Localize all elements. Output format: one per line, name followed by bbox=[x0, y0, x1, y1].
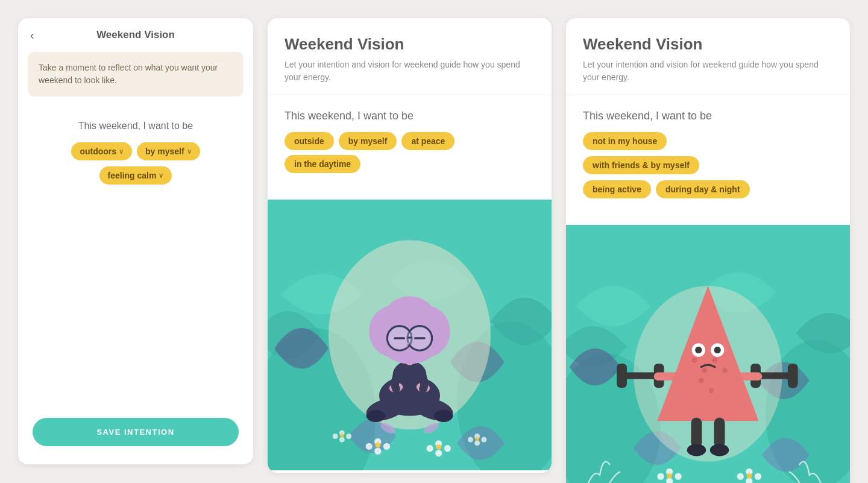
screen3-tags-row1: not in my house bbox=[583, 132, 833, 150]
svg-rect-71 bbox=[691, 418, 702, 448]
svg-point-66 bbox=[709, 388, 714, 393]
svg-point-39 bbox=[468, 437, 473, 443]
svg-point-27 bbox=[374, 448, 381, 455]
svg-point-37 bbox=[339, 437, 345, 443]
svg-point-63 bbox=[712, 358, 717, 363]
svg-point-64 bbox=[722, 368, 728, 373]
svg-point-36 bbox=[346, 434, 351, 439]
svg-rect-57 bbox=[788, 364, 798, 388]
svg-point-41 bbox=[481, 437, 486, 443]
active-illustration bbox=[566, 225, 850, 483]
svg-point-82 bbox=[755, 473, 761, 480]
screen2-card: Weekend Vision Let your intention and vi… bbox=[268, 18, 552, 473]
chevron-icon: ∨ bbox=[187, 148, 192, 156]
screen3-card: Weekend Vision Let your intention and vi… bbox=[566, 18, 850, 483]
screen1-title: Weekend Vision bbox=[30, 29, 241, 41]
tag-by-myself[interactable]: by myself ∨ bbox=[137, 142, 200, 160]
screen3-title: Weekend Vision bbox=[583, 35, 833, 54]
screens-container: ‹ Weekend Vision Take a moment to reflec… bbox=[18, 18, 850, 483]
tag-outdoors[interactable]: outdoors ∨ bbox=[71, 142, 132, 160]
screen3-intention-label: This weekend, I want to be bbox=[583, 110, 833, 122]
tag-at-peace: at peace bbox=[401, 132, 454, 150]
svg-point-31 bbox=[444, 445, 451, 452]
svg-point-69 bbox=[695, 347, 702, 353]
svg-point-77 bbox=[675, 473, 682, 480]
svg-rect-53 bbox=[617, 364, 627, 388]
screen3-tags-row3: being active during day & night bbox=[583, 180, 833, 198]
svg-point-80 bbox=[737, 473, 744, 480]
screen2-intention-label: This weekend, I want to be bbox=[285, 110, 535, 122]
save-button-area: SAVE INTENTION bbox=[18, 406, 253, 464]
tags-row-1: outdoors ∨ by myself ∨ bbox=[30, 142, 241, 160]
tag-outside: outside bbox=[285, 132, 334, 150]
svg-point-7 bbox=[366, 410, 385, 422]
svg-point-26 bbox=[383, 443, 390, 450]
screen2-illustration bbox=[268, 200, 552, 473]
svg-point-34 bbox=[333, 434, 338, 439]
svg-point-38 bbox=[340, 434, 344, 438]
svg-point-79 bbox=[667, 473, 672, 479]
screen2-tags: outside by myself at peace in the daytim… bbox=[285, 132, 535, 173]
svg-point-32 bbox=[435, 450, 442, 456]
svg-point-29 bbox=[427, 445, 433, 452]
svg-point-70 bbox=[714, 347, 721, 353]
svg-point-33 bbox=[436, 444, 441, 450]
tag-feeling-calm[interactable]: feeling calm ∨ bbox=[99, 166, 172, 185]
screen3-subtitle: Let your intention and vision for weeken… bbox=[583, 58, 833, 84]
intention-area: This weekend, I want to be outdoors ∨ by… bbox=[18, 96, 253, 406]
svg-point-8 bbox=[434, 410, 453, 422]
screen3-tags-row2: with friends & by myself bbox=[583, 156, 833, 174]
save-intention-button[interactable]: SAVE INTENTION bbox=[33, 418, 239, 446]
tag-in-the-daytime: in the daytime bbox=[285, 155, 360, 173]
svg-point-73 bbox=[687, 444, 706, 456]
svg-point-74 bbox=[710, 444, 729, 456]
screen1-header: ‹ Weekend Vision bbox=[18, 18, 253, 52]
svg-point-75 bbox=[657, 473, 664, 480]
svg-point-24 bbox=[366, 443, 373, 450]
tag-being-active: being active bbox=[583, 180, 651, 198]
svg-point-84 bbox=[746, 473, 752, 479]
tag-not-in-my-house: not in my house bbox=[583, 132, 667, 150]
tag-with-friends-by-myself: with friends & by myself bbox=[583, 156, 699, 174]
svg-point-28 bbox=[375, 443, 380, 448]
screen3-header: Weekend Vision Let your intention and vi… bbox=[566, 18, 850, 95]
screen2-header: Weekend Vision Let your intention and vi… bbox=[268, 18, 552, 95]
chevron-icon: ∨ bbox=[159, 172, 163, 180]
back-button[interactable]: ‹ bbox=[30, 28, 34, 42]
svg-point-61 bbox=[692, 358, 697, 363]
svg-point-42 bbox=[474, 440, 480, 446]
screen3-illustration bbox=[566, 225, 850, 483]
screen3-content: This weekend, I want to be not in my hou… bbox=[566, 95, 850, 225]
screen1-card: ‹ Weekend Vision Take a moment to reflec… bbox=[18, 18, 253, 464]
tag-during-day-night: during day & night bbox=[656, 180, 750, 198]
svg-point-62 bbox=[702, 368, 707, 373]
intention-label: This weekend, I want to be bbox=[30, 121, 241, 131]
svg-rect-72 bbox=[714, 418, 725, 448]
meditation-illustration bbox=[268, 200, 552, 470]
screen2-subtitle: Let your intention and vision for weeken… bbox=[285, 58, 535, 84]
screen2-title: Weekend Vision bbox=[285, 35, 535, 54]
tags-row-2: feeling calm ∨ bbox=[30, 166, 241, 185]
tag-by-myself-2: by myself bbox=[339, 132, 397, 150]
screen2-content: This weekend, I want to be outside by my… bbox=[268, 95, 552, 200]
svg-point-43 bbox=[475, 437, 479, 441]
chevron-icon: ∨ bbox=[119, 148, 124, 156]
info-text: Take a moment to reflect on what you wan… bbox=[39, 62, 233, 87]
svg-point-65 bbox=[699, 377, 704, 383]
info-box: Take a moment to reflect on what you wan… bbox=[28, 52, 244, 96]
